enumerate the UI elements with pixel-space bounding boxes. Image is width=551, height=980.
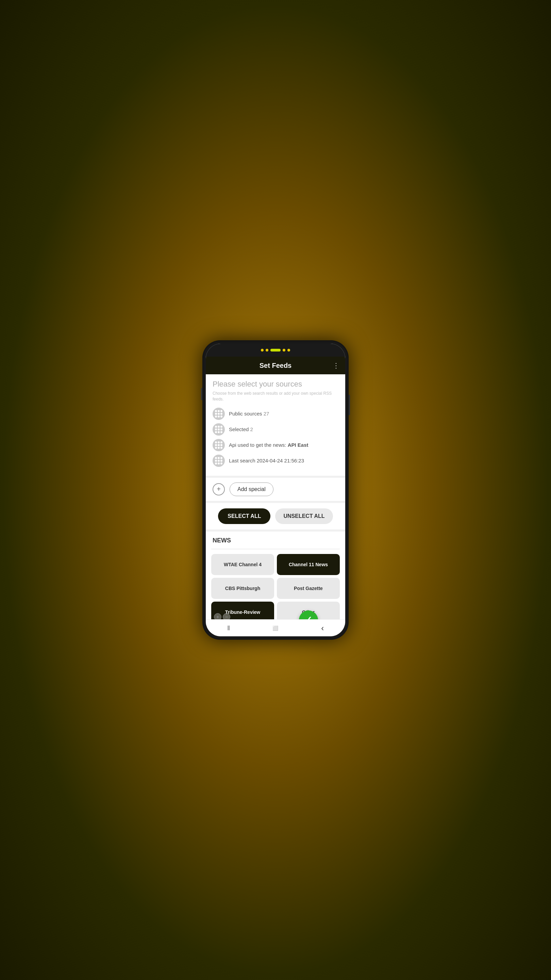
- news-section: NEWS WTAE Channel 4 Channel 11 News CBS …: [206, 531, 345, 619]
- bottom-nav: ⦀ ⬜ ‹: [206, 619, 345, 636]
- more-options-icon[interactable]: ⋮: [333, 361, 340, 369]
- zoom-in-icon[interactable]: +: [214, 613, 221, 619]
- nav-back-icon[interactable]: ‹: [321, 624, 324, 633]
- selected-count: 2: [250, 426, 253, 432]
- news-section-title: NEWS: [211, 537, 340, 544]
- public-sources-count: 27: [264, 411, 269, 417]
- api-icon: [213, 439, 225, 451]
- nav-recent-apps-icon[interactable]: ⦀: [227, 624, 230, 632]
- news-item-ch11[interactable]: Channel 11 News: [277, 554, 340, 575]
- api-row: Api used to get the news: API East: [213, 439, 338, 451]
- add-special-section: + Add special: [206, 478, 345, 501]
- add-special-button[interactable]: Add special: [230, 482, 273, 496]
- news-item-pg[interactable]: Post Gazette: [277, 578, 340, 599]
- last-search-text: Last search 2024-04-24 21:56:23: [229, 458, 304, 463]
- selected-row: Selected 2: [213, 423, 338, 436]
- select-all-button[interactable]: SELECT ALL: [218, 508, 270, 524]
- news-item-tribune[interactable]: + − Tribune-Review: [211, 601, 274, 619]
- selected-icon: [213, 423, 225, 436]
- notch-bar: [206, 344, 345, 356]
- news-grid: WTAE Channel 4 Channel 11 News CBS Pitts…: [211, 554, 340, 619]
- notch-dot-3: [283, 349, 285, 352]
- phone-screen: Set Feeds ⋮ Please select your sources C…: [206, 344, 345, 636]
- section-subtitle: Choose from the web search results or ad…: [213, 391, 338, 402]
- add-plus-icon[interactable]: +: [213, 483, 225, 495]
- volume-button: [201, 388, 202, 400]
- app-header: Set Feeds ⋮: [206, 356, 345, 374]
- power-button: [349, 395, 350, 415]
- last-search-row: Last search 2024-04-24 21:56:23: [213, 455, 338, 467]
- select-controls-section: SELECT ALL UNSELECT ALL: [206, 503, 345, 530]
- section-title: Please select your sources: [213, 380, 338, 388]
- public-sources-row: Public sources 27: [213, 408, 338, 420]
- nav-home-icon[interactable]: ⬜: [272, 625, 278, 631]
- notch-dot-2: [266, 349, 268, 352]
- notch-dot-1: [261, 349, 264, 352]
- public-sources-icon: [213, 408, 225, 420]
- public-sources-text: Public sources 27: [229, 411, 269, 417]
- content-area: Please select your sources Choose from t…: [206, 374, 345, 619]
- unselect-all-button[interactable]: UNSELECT ALL: [275, 508, 333, 524]
- news-item-cbs[interactable]: CBS Pittsburgh: [211, 578, 274, 599]
- notch-dots: [261, 349, 290, 352]
- news-item-wtae[interactable]: WTAE Channel 4: [211, 554, 274, 575]
- check-icon: ✓: [305, 614, 312, 619]
- selected-text: Selected 2: [229, 426, 253, 432]
- zoom-controls: + −: [214, 613, 230, 619]
- news-item-other[interactable]: Other ✓: [277, 601, 340, 619]
- page-title: Set Feeds: [259, 362, 292, 369]
- divider: [211, 549, 340, 549]
- last-search-icon: [213, 455, 225, 467]
- notch-dot-4: [287, 349, 290, 352]
- phone-frame: Set Feeds ⋮ Please select your sources C…: [202, 340, 349, 640]
- api-text: Api used to get the news: API East: [229, 442, 308, 448]
- notch-pill: [270, 349, 281, 352]
- zoom-out-icon[interactable]: −: [223, 613, 230, 619]
- info-section: Please select your sources Choose from t…: [206, 374, 345, 476]
